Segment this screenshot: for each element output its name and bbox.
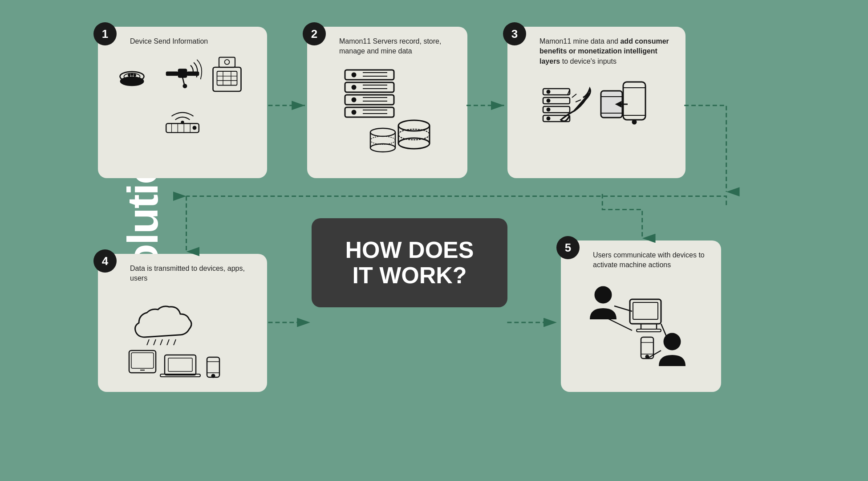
step-3-title-suffix: to device's inputs	[562, 57, 617, 65]
svg-rect-91	[630, 299, 661, 324]
svg-line-64	[576, 100, 581, 102]
center-question-box: HOW DOESIT WORK?	[312, 218, 507, 307]
svg-line-74	[147, 339, 149, 345]
svg-point-34	[352, 110, 356, 114]
step-4-icons	[107, 293, 258, 382]
svg-rect-95	[637, 329, 661, 332]
svg-point-88	[212, 375, 215, 377]
svg-point-52	[370, 136, 395, 144]
step-5-badge: 5	[556, 236, 580, 259]
svg-point-31	[352, 73, 356, 77]
step-3-badge: 3	[503, 22, 526, 45]
svg-point-19	[225, 60, 230, 65]
svg-point-51	[370, 144, 395, 152]
svg-line-102	[647, 351, 661, 359]
svg-point-4	[128, 75, 130, 77]
svg-point-11	[183, 85, 187, 88]
center-question-text: HOW DOESIT WORK?	[345, 237, 474, 288]
step-1-title: Device Send Information	[130, 37, 258, 46]
step-3-card: 3 Mamon11 mine data and add consumer ben…	[507, 27, 685, 178]
svg-rect-79	[129, 351, 156, 373]
svg-point-58	[547, 99, 550, 102]
main-content: 1 Device Send Information	[71, 18, 859, 463]
step-5-title: Users communicate with devices to activa…	[593, 250, 712, 270]
svg-rect-7	[178, 69, 187, 77]
svg-rect-8	[166, 72, 178, 75]
svg-point-26	[182, 122, 184, 124]
svg-point-68	[633, 120, 636, 124]
svg-point-32	[352, 86, 356, 89]
server-database-icon	[338, 65, 436, 155]
svg-line-75	[154, 339, 156, 345]
step-2-badge: 2	[303, 22, 326, 45]
step-1-badge: 1	[93, 22, 117, 45]
svg-point-6	[134, 75, 136, 77]
step-1-card: 1 Device Send Information	[98, 27, 267, 178]
svg-point-89	[595, 287, 611, 303]
step-2-card: 2 Mamon11 Servers record, store, manage …	[307, 27, 467, 178]
step-4-badge: 4	[93, 249, 117, 273]
svg-point-33	[352, 98, 356, 102]
step-2-title: Mamon11 Servers record, store, manage an…	[339, 37, 458, 57]
svg-rect-83	[168, 358, 192, 371]
smart-home-icon	[207, 55, 247, 95]
step-3-title-plain: Mamon11 mine data and	[539, 37, 620, 45]
svg-line-101	[661, 324, 668, 339]
step-2-icons	[316, 65, 458, 155]
svg-rect-13	[217, 71, 237, 86]
mobile-device-icon	[599, 75, 652, 129]
step-4-card: 4 Data is transmitted to devices, apps, …	[98, 254, 267, 392]
svg-rect-80	[131, 353, 154, 368]
router-icon	[162, 100, 203, 140]
step-4-title: Data is transmitted to devices, apps, us…	[130, 264, 258, 284]
svg-point-48	[370, 128, 395, 136]
step-3-title: Mamon11 mine data and add consumer benef…	[539, 37, 677, 66]
satellite-icon	[162, 55, 203, 95]
smart-speaker-icon	[118, 55, 158, 95]
user-device-network-icon	[579, 279, 703, 368]
svg-point-57	[547, 90, 550, 93]
svg-rect-18	[219, 57, 235, 68]
step-3-icons	[516, 75, 677, 129]
step-5-card: 5 Users communicate with devices to acti…	[561, 240, 721, 392]
svg-point-25	[193, 126, 196, 130]
svg-line-76	[160, 339, 162, 345]
svg-rect-92	[633, 302, 658, 319]
svg-line-62	[572, 94, 576, 98]
cloud-devices-icon	[120, 293, 245, 382]
svg-point-59	[547, 108, 550, 111]
svg-line-103	[608, 318, 632, 330]
mining-server-icon	[541, 75, 594, 129]
step-1-icons	[107, 55, 258, 140]
step-5-icons	[570, 279, 712, 368]
svg-line-78	[174, 339, 176, 345]
svg-point-5	[131, 74, 133, 76]
svg-point-60	[547, 117, 550, 120]
svg-line-77	[167, 339, 169, 345]
